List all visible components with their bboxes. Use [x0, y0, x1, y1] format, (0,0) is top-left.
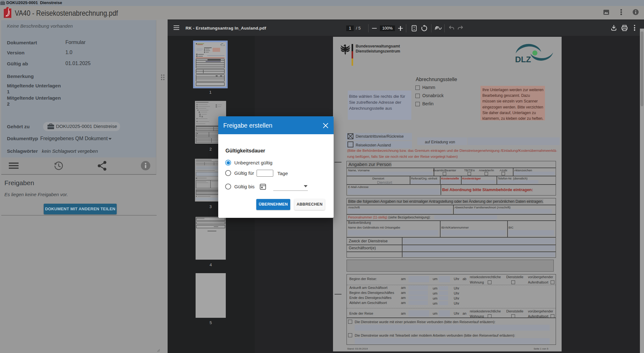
svg-text:DLZ: DLZ [515, 55, 531, 64]
